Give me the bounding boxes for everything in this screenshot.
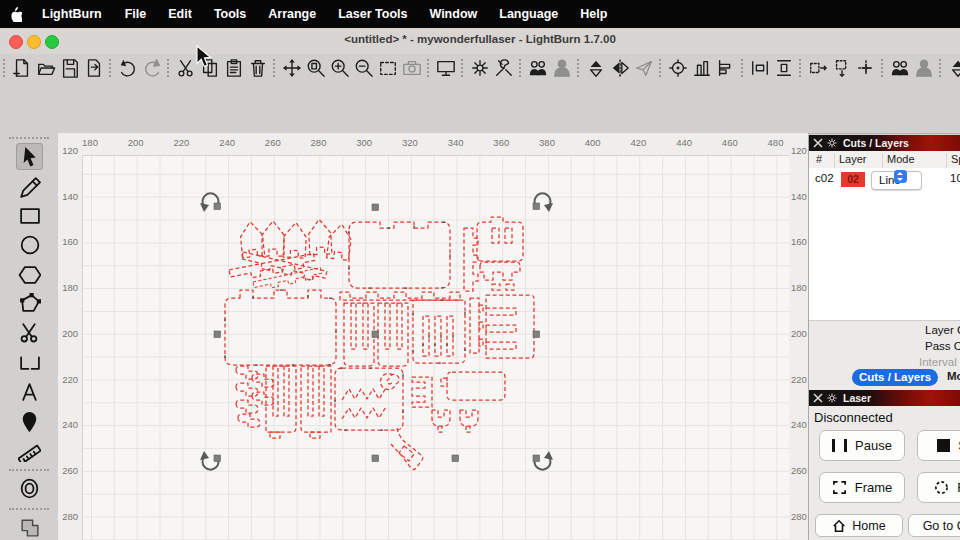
- palette-separator: [9, 508, 49, 510]
- cuts-layers-panel-header: Cuts / Layers: [809, 135, 960, 151]
- mirror-h-icon[interactable]: [609, 56, 631, 81]
- menu-bar-items: FileEditToolsArrangeLaser ToolsWindowLan…: [114, 7, 619, 21]
- ruler-label-left: 200: [58, 328, 78, 339]
- frame-circle-button[interactable]: Fr: [917, 472, 960, 503]
- menu-window[interactable]: Window: [418, 7, 488, 21]
- layer-row[interactable]: c02 02 Line 10: [809, 168, 960, 192]
- stop-icon: [937, 439, 950, 452]
- import-icon[interactable]: [83, 56, 105, 81]
- layer-id: c02: [815, 172, 834, 184]
- edit-nodes-tool-icon[interactable]: [16, 290, 43, 317]
- panel-close-icon[interactable]: [813, 393, 823, 403]
- delete-icon[interactable]: [247, 56, 269, 81]
- move-h-icon[interactable]: [807, 56, 829, 81]
- move-v-icon[interactable]: [831, 56, 853, 81]
- zoom-to-page-icon[interactable]: [305, 56, 327, 81]
- zoom-out-icon[interactable]: [353, 56, 375, 81]
- devices-2-icon[interactable]: [889, 56, 911, 81]
- mirror-v-2-icon[interactable]: [947, 56, 960, 81]
- paste-icon[interactable]: [223, 56, 245, 81]
- layer-mode-combo-stepper-icon[interactable]: [894, 170, 907, 183]
- col-number: #: [816, 153, 822, 165]
- text-tool-icon[interactable]: [16, 378, 43, 405]
- layer-color-badge[interactable]: 02: [841, 172, 865, 187]
- toolbar-separator: [799, 59, 802, 77]
- save-icon[interactable]: [59, 56, 81, 81]
- layers-list-empty-area[interactable]: [809, 192, 960, 321]
- window-title: <untitled> * - mywonderfullaser - LightB…: [0, 33, 960, 45]
- send-icon[interactable]: [633, 56, 655, 81]
- home-icon: [832, 519, 846, 533]
- screen-icon[interactable]: [435, 56, 457, 81]
- panel-close-icon[interactable]: [813, 138, 823, 148]
- interval-label: Interval (m: [919, 356, 960, 368]
- menu-help[interactable]: Help: [569, 7, 618, 21]
- ruler-label-left: 120: [58, 145, 78, 156]
- draw-lines-tool-icon[interactable]: [16, 173, 43, 200]
- position-laser-tool-icon[interactable]: [16, 408, 43, 435]
- devices-icon[interactable]: [527, 56, 549, 81]
- tab-move[interactable]: Move: [947, 370, 960, 382]
- distribute-v-icon[interactable]: [773, 56, 795, 81]
- toolbar-separator: [3, 59, 6, 77]
- menu-arrange[interactable]: Arrange: [257, 7, 327, 21]
- boolean-weld-tool-icon[interactable]: [16, 514, 43, 540]
- panel-float-icon[interactable]: [827, 138, 837, 148]
- copy-icon[interactable]: [199, 56, 221, 81]
- ellipse-tool-icon[interactable]: [16, 231, 43, 258]
- menu-language[interactable]: Language: [488, 7, 569, 21]
- align-left-icon[interactable]: [715, 56, 737, 81]
- pass-count-label: Pass Co: [925, 340, 960, 352]
- canvas-drawing[interactable]: [82, 155, 788, 540]
- select-tool-icon[interactable]: [16, 143, 43, 170]
- camera-icon[interactable]: [401, 56, 423, 81]
- user-2-icon[interactable]: [913, 56, 935, 81]
- ruler-label-top: 180: [82, 137, 98, 148]
- workspace: 1802002202402602803003203403603804004204…: [58, 133, 808, 540]
- frame-button[interactable]: Frame: [819, 472, 905, 503]
- undo-icon[interactable]: [117, 56, 139, 81]
- ruler-label-top: 260: [265, 137, 281, 148]
- offset-tool-icon[interactable]: [16, 475, 43, 502]
- settings-icon[interactable]: [469, 56, 491, 81]
- polygon-tool-icon[interactable]: [16, 261, 43, 288]
- menu-app-name[interactable]: LightBurn: [30, 7, 114, 21]
- center-icon[interactable]: [667, 56, 689, 81]
- ruler-label-top: 400: [585, 137, 601, 148]
- apple-menu-icon[interactable]: [0, 6, 30, 22]
- menu-tools[interactable]: Tools: [203, 7, 257, 21]
- pause-button[interactable]: Pause: [819, 430, 905, 461]
- frame-rect-icon: [832, 480, 847, 495]
- rectangle-tool-icon[interactable]: [16, 202, 43, 229]
- menu-file[interactable]: File: [114, 7, 158, 21]
- frame-circle-icon: [934, 480, 949, 495]
- ruler-label-right: 140: [791, 191, 807, 202]
- pan-icon[interactable]: [281, 56, 303, 81]
- goto-origin-button[interactable]: Go to Ori: [908, 514, 960, 537]
- mirror-v-icon[interactable]: [585, 56, 607, 81]
- device-settings-icon[interactable]: [493, 56, 515, 81]
- open-icon[interactable]: [35, 56, 57, 81]
- new-file-icon[interactable]: [11, 56, 33, 81]
- nudge-icon[interactable]: [855, 56, 877, 81]
- panel-tab-bar: Cuts / Layers Move: [809, 369, 960, 388]
- cut-shapes-tool-icon[interactable]: [16, 319, 43, 346]
- cuts-layers-title: Cuts / Layers: [843, 137, 909, 149]
- stop-button[interactable]: S: [917, 430, 960, 461]
- menu-laser-tools[interactable]: Laser Tools: [327, 7, 418, 21]
- ruler-label-top: 200: [128, 137, 144, 148]
- frame-selection-icon[interactable]: [377, 56, 399, 81]
- frame-tool-tool-icon[interactable]: [16, 349, 43, 376]
- align-bottom-icon[interactable]: [691, 56, 713, 81]
- ruler-label-right: 260: [791, 465, 807, 476]
- measure-tool-icon[interactable]: [16, 437, 43, 464]
- panel-float-icon[interactable]: [827, 393, 837, 403]
- tab-cuts-layers[interactable]: Cuts / Layers: [852, 369, 938, 386]
- cut-icon[interactable]: [175, 56, 197, 81]
- home-button[interactable]: Home: [815, 514, 903, 537]
- zoom-in-icon[interactable]: [329, 56, 351, 81]
- menu-edit[interactable]: Edit: [157, 7, 203, 21]
- user-icon[interactable]: [551, 56, 573, 81]
- distribute-h-icon[interactable]: [749, 56, 771, 81]
- redo-icon[interactable]: [141, 56, 163, 81]
